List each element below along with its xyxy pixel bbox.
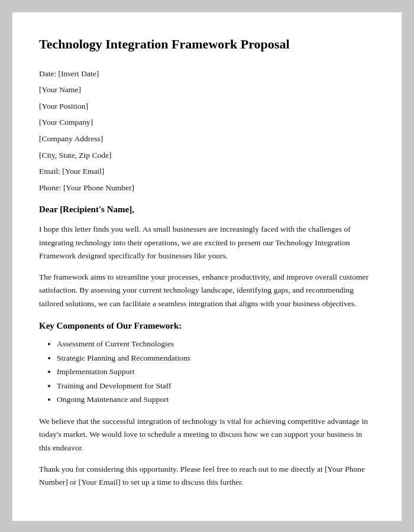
name-field: [Your Name] xyxy=(39,83,375,96)
date-field: Date: [Insert Date] xyxy=(39,67,375,80)
company-field: [Your Company] xyxy=(39,116,375,129)
list-item: Strategic Planning and Recommendations xyxy=(57,351,375,365)
key-components-heading: Key Components of Our Framework: xyxy=(39,321,375,331)
document-title: Technology Integration Framework Proposa… xyxy=(39,36,375,53)
position-field: [Your Position] xyxy=(39,100,375,113)
list-item: Ongoing Maintenance and Support xyxy=(57,392,375,407)
closing-paragraph-1: We believe that the successful integrati… xyxy=(39,415,375,455)
salutation: Dear [Recipient's Name], xyxy=(39,205,375,215)
address-field: [Company Address] xyxy=(39,132,375,145)
framework-paragraph: The framework aims to streamline your pr… xyxy=(39,271,375,310)
key-components-list: Assessment of Current Technologies Strat… xyxy=(57,337,375,407)
intro-paragraph: I hope this letter finds you well. As sm… xyxy=(39,223,375,262)
email-field: Email: [Your Email] xyxy=(39,165,375,178)
list-item: Training and Development for Staff xyxy=(57,379,375,393)
list-item: Implementation Support xyxy=(57,365,375,379)
meta-section: Date: [Insert Date] [Your Name] [Your Po… xyxy=(39,67,375,194)
city-field: [City, State, Zip Code] xyxy=(39,149,375,162)
phone-field: Phone: [Your Phone Number] xyxy=(39,181,375,194)
closing-paragraph-2: Thank you for considering this opportuni… xyxy=(39,463,375,489)
list-item: Assessment of Current Technologies xyxy=(57,337,375,351)
document-container: Technology Integration Framework Proposa… xyxy=(12,12,402,521)
